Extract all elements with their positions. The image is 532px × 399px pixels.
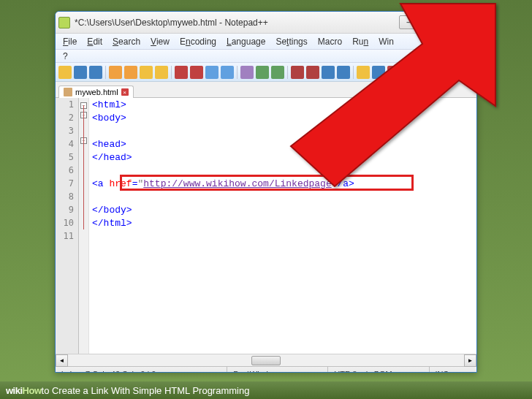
line-number: 9: [56, 205, 78, 218]
line-number: 6: [56, 165, 78, 178]
toolbar-button[interactable]: [175, 66, 188, 79]
toolbar-button[interactable]: [387, 66, 400, 79]
line-number: 1: [56, 99, 78, 113]
toolbar-button[interactable]: [221, 66, 234, 79]
toolbar-button[interactable]: [155, 66, 168, 79]
toolbar-button[interactable]: [89, 66, 102, 79]
toolbar-button[interactable]: [357, 66, 370, 79]
code-line[interactable]: [92, 165, 474, 178]
scroll-thumb[interactable]: [251, 356, 281, 365]
toolbar-button[interactable]: [256, 66, 269, 79]
maximize-button[interactable]: ☐: [421, 15, 441, 29]
line-number: 10: [56, 218, 78, 231]
code-line[interactable]: <body>: [92, 113, 474, 126]
toolbar-button[interactable]: [322, 66, 335, 79]
toolbar-button[interactable]: [205, 66, 218, 79]
tab-bar: myweb.html ×: [56, 82, 476, 98]
code-line[interactable]: [92, 231, 474, 244]
menu-window[interactable]: Win: [373, 35, 399, 48]
line-number: 7: [56, 178, 78, 191]
toolbar-button[interactable]: [240, 66, 254, 79]
toolbar-button[interactable]: [124, 66, 137, 79]
code-line[interactable]: </head>: [92, 152, 474, 165]
scroll-right-icon[interactable]: ►: [464, 354, 476, 367]
code-area[interactable]: <html><body><head></head><a href="http:/…: [89, 98, 476, 354]
code-line[interactable]: <a href="http://www.wikihow.com/Linkedpa…: [92, 178, 474, 191]
toolbar-button[interactable]: [140, 66, 153, 79]
minimize-button[interactable]: ─: [399, 15, 419, 29]
menu-help[interactable]: ?: [58, 50, 73, 63]
line-number: 5: [56, 152, 78, 165]
tab-close-icon[interactable]: ×: [121, 88, 129, 96]
app-icon: [58, 17, 70, 28]
code-line[interactable]: </body>: [92, 205, 474, 218]
close-button[interactable]: ✕: [443, 15, 474, 29]
titlebar[interactable]: *C:\Users\User\Desktop\myweb.html - Note…: [56, 12, 476, 34]
statusbar: le Ln : 7 Col : 43 Sel : 0 | 0 Dos\Windo…: [56, 366, 476, 373]
toolbar-button[interactable]: [337, 66, 350, 79]
toolbar-button[interactable]: [109, 66, 122, 79]
toolbar-button[interactable]: [58, 66, 72, 79]
menu-settings[interactable]: Settings: [270, 35, 312, 48]
toolbar-button[interactable]: [190, 66, 203, 79]
toolbar-button[interactable]: [271, 66, 284, 79]
menubar: File Edit Search View Encoding Language …: [56, 34, 476, 50]
wikihow-logo: wikiHow: [6, 385, 42, 396]
editor-area: 1234567891011 − − − <html><body><head></…: [56, 98, 476, 354]
fold-column: − − −: [79, 98, 89, 354]
menu-encoding[interactable]: Encoding: [175, 35, 221, 48]
toolbar-button[interactable]: [291, 66, 304, 79]
menu-language[interactable]: Language: [221, 35, 270, 48]
toolbar-button[interactable]: [306, 66, 319, 79]
code-line[interactable]: [92, 126, 474, 139]
line-number: 11: [56, 231, 78, 244]
toolbar-button[interactable]: [372, 66, 385, 79]
status-position: le Ln : 7 Col : 43 Sel : 0 | 0: [56, 367, 227, 373]
line-number: 4: [56, 139, 78, 152]
line-number: 2: [56, 113, 78, 126]
code-line[interactable]: [92, 191, 474, 205]
menubar-row2: ?: [56, 50, 476, 63]
menu-file[interactable]: File: [58, 35, 82, 48]
status-eol: Dos\Windows: [227, 367, 328, 373]
menu-view[interactable]: View: [145, 35, 175, 48]
code-line[interactable]: <head>: [92, 139, 474, 152]
code-line[interactable]: </html>: [92, 218, 474, 231]
line-number-gutter: 1234567891011: [56, 98, 79, 354]
code-line[interactable]: <html>: [92, 99, 474, 113]
app-window: *C:\Users\User\Desktop\myweb.html - Note…: [55, 11, 477, 373]
menu-edit[interactable]: Edit: [82, 35, 107, 48]
menu-run[interactable]: Run: [347, 35, 373, 48]
line-number: 8: [56, 191, 78, 205]
tab-myweb[interactable]: myweb.html ×: [58, 86, 134, 98]
file-icon: [64, 88, 72, 96]
menu-search[interactable]: Search: [107, 35, 145, 48]
horizontal-scrollbar[interactable]: ◄ ►: [56, 354, 476, 366]
line-number: 3: [56, 126, 78, 139]
footer-caption: wikiHow to Create a Link With Simple HTM…: [0, 381, 532, 399]
tab-label: myweb.html: [75, 88, 118, 96]
menu-macro[interactable]: Macro: [313, 35, 347, 48]
footer-title: to Create a Link With Simple HTML Progra…: [42, 385, 250, 396]
status-mode: INS: [430, 367, 476, 373]
status-encoding: UTF-8 w/o BOM: [328, 367, 429, 373]
toolbar-button[interactable]: [74, 66, 87, 79]
toolbar: [56, 63, 476, 82]
scroll-left-icon[interactable]: ◄: [56, 354, 68, 367]
window-title: *C:\Users\User\Desktop\myweb.html - Note…: [75, 18, 399, 28]
